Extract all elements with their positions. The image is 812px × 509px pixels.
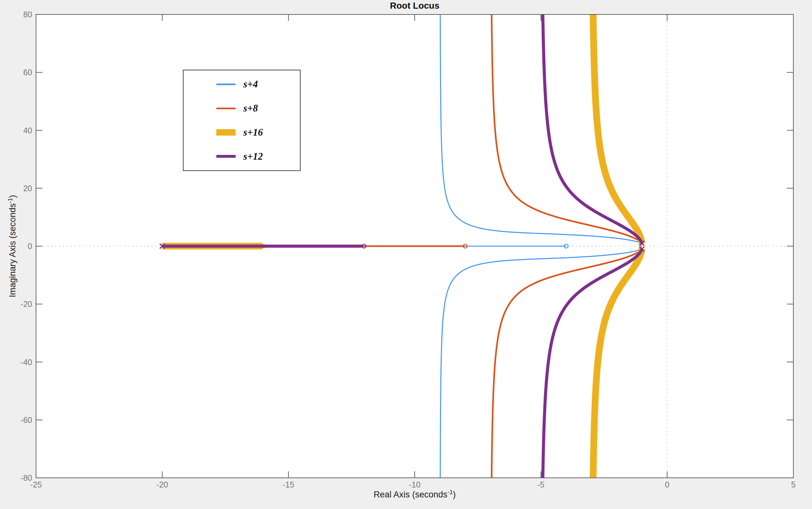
chart-title: Root Locus: [36, 1, 793, 11]
y-tick-label: -80: [21, 473, 32, 482]
legend-label: s+12: [243, 151, 263, 162]
legend-swatch: [216, 129, 236, 136]
y-tick-label: -40: [21, 358, 32, 367]
root-locus-figure: -25-20-15-10-505-80-60-40-20020406080 Ro…: [0, 0, 812, 509]
y-tick-label: 40: [23, 126, 32, 135]
x-tick-label: -5: [538, 480, 545, 489]
legend-item-s+12: s+12: [184, 145, 300, 168]
y-tick-label: 20: [23, 184, 32, 193]
y-tick-label: 0: [28, 242, 32, 251]
legend-item-s+4: s+4: [184, 73, 300, 96]
x-tick-label: -15: [283, 480, 294, 489]
legend-label: s+16: [243, 127, 263, 138]
legend-swatch: [216, 108, 236, 109]
legend-item-s+16: s+16: [184, 121, 300, 144]
legend-label: s+4: [243, 78, 258, 90]
y-tick-label: 60: [23, 68, 32, 77]
legend-swatch: [216, 83, 236, 85]
legend-item-s+8: s+8: [184, 97, 300, 120]
legend-swatch: [216, 155, 236, 158]
plot-area: -25-20-15-10-505-80-60-40-20020406080: [0, 0, 812, 509]
y-tick-label: -20: [21, 300, 32, 308]
x-tick-label: -20: [157, 480, 168, 489]
legend: s+4s+8s+16s+12: [183, 70, 300, 171]
y-tick-label: -60: [21, 415, 32, 425]
x-tick-label: 0: [665, 480, 669, 489]
y-axis-label: Imaginary Axis (seconds-1): [7, 195, 18, 298]
x-tick-label: -10: [409, 480, 420, 489]
y-tick-label: 80: [23, 10, 32, 19]
x-tick-label: 5: [791, 480, 795, 489]
x-axis-label: Real Axis (seconds-1): [373, 489, 456, 500]
legend-label: s+8: [243, 102, 258, 114]
